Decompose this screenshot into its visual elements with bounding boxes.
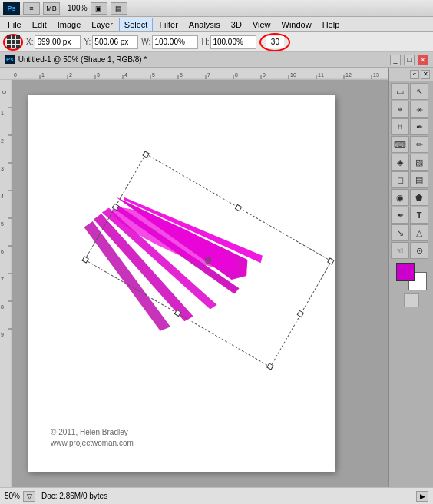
w-input[interactable] [152, 35, 198, 49]
canvas-wrapper: © 2011, Helen Bradley www.projectwoman.c… [12, 80, 388, 487]
ps-logo: Ps [3, 2, 20, 15]
dodge-btn[interactable]: ⬟ [410, 189, 428, 206]
transform-handle-tl[interactable] [142, 151, 150, 158]
quick-mask-btn[interactable] [404, 293, 419, 307]
move-tool-btn[interactable]: ↖ [410, 83, 428, 100]
transform-handle-mr[interactable] [297, 310, 305, 318]
menu-help[interactable]: Help [318, 18, 345, 31]
transform-handle-tm[interactable] [235, 204, 243, 212]
svg-text:4: 4 [1, 194, 4, 199]
crop-tool-btn[interactable]: ⌗ [391, 118, 409, 135]
quick-select-btn[interactable]: ⚹ [410, 101, 428, 118]
svg-text:12: 12 [345, 72, 352, 78]
history-btn[interactable]: ▨ [410, 154, 428, 171]
svg-text:0: 0 [2, 91, 7, 94]
app-titlebar: Ps ≡ MB 100% ▣ ▤ [0, 0, 433, 17]
color-area [391, 260, 431, 310]
statusbar: 50% ▽ Doc: 2.86M/0 bytes ▶ [0, 487, 433, 504]
y-field: Y: [84, 35, 138, 49]
svg-text:0: 0 [14, 72, 17, 78]
path-select-btn[interactable]: ↘ [391, 224, 409, 241]
blur-btn[interactable]: ◉ [391, 189, 409, 206]
type-btn[interactable]: T [410, 207, 428, 224]
svg-text:2: 2 [1, 138, 4, 144]
zoom-level: 100% [68, 4, 88, 12]
optionsbar: X: Y: W: H: [0, 32, 433, 52]
color-swatches [396, 263, 427, 290]
h-input[interactable] [210, 35, 256, 49]
svg-text:3: 3 [97, 72, 100, 78]
x-input[interactable] [35, 35, 81, 49]
h-label: H: [201, 38, 209, 46]
ruler-horizontal: 0 1 2 3 4 5 6 7 [12, 68, 388, 80]
transform-handle-bm[interactable] [174, 310, 182, 317]
ruler-vertical: 0 1 2 3 4 5 6 7 [0, 80, 12, 487]
zoom-info-btn[interactable]: ▽ [23, 491, 35, 502]
view-mode-btn[interactable]: ▣ [91, 2, 107, 15]
doc-minimize-btn[interactable]: _ [390, 55, 401, 65]
status-zoom: 50% [5, 492, 20, 500]
menu-3d[interactable]: 3D [226, 18, 246, 31]
transform-handle-br[interactable] [266, 363, 274, 370]
tool-row-5: ◈ ▨ [391, 154, 431, 171]
transform-handle-ml[interactable] [112, 204, 120, 211]
menu-btn[interactable]: ≡ [23, 2, 40, 15]
panel-titlebar: « ✕ [389, 68, 433, 81]
svg-text:1: 1 [1, 111, 4, 116]
doc-close-btn[interactable]: ✕ [418, 55, 428, 65]
menu-view[interactable]: View [248, 18, 276, 31]
foreground-color-swatch[interactable] [396, 263, 415, 281]
menu-layer[interactable]: Layer [87, 18, 117, 31]
tool-row-9: ↘ △ [391, 224, 431, 241]
tool-row-1: ▭ ↖ [391, 83, 431, 100]
svg-text:2: 2 [69, 72, 72, 78]
grid-options-btn[interactable] [3, 34, 23, 51]
panel-close-btn[interactable]: ✕ [421, 70, 430, 79]
menu-file[interactable]: File [3, 18, 26, 31]
doc-restore-btn[interactable]: □ [404, 55, 415, 65]
hand-btn[interactable]: ☜ [391, 242, 409, 259]
gradient-btn[interactable]: ▤ [410, 171, 428, 188]
lasso-tool-btn[interactable]: ⌖ [391, 101, 409, 118]
menu-select[interactable]: Select [119, 18, 154, 32]
svg-text:8: 8 [1, 304, 4, 310]
tools-panel: ▭ ↖ ⌖ ⚹ ⌗ ✒ ⌨ ✏ ◈ ▨ [389, 81, 433, 487]
main-area: 0 1 2 3 4 5 6 7 [0, 68, 433, 487]
ps-doc-icon: Ps [5, 55, 15, 64]
svg-text:4: 4 [124, 72, 127, 78]
marquee-tool-btn[interactable]: ▭ [391, 83, 409, 100]
transform-handle-tr[interactable] [327, 257, 335, 265]
brush-btn[interactable]: ✏ [410, 136, 428, 153]
transform-handle-bl[interactable] [81, 256, 89, 264]
eyedropper-btn[interactable]: ✒ [410, 118, 428, 135]
svg-text:6: 6 [180, 72, 183, 78]
menu-image[interactable]: Image [53, 18, 86, 31]
clone-btn[interactable]: ◈ [391, 154, 409, 171]
menu-analysis[interactable]: Analysis [184, 18, 225, 31]
svg-text:11: 11 [318, 72, 324, 78]
svg-text:9: 9 [263, 72, 266, 78]
copyright-line2: www.projectwoman.com [51, 438, 134, 449]
shape-btn[interactable]: △ [410, 224, 428, 241]
healing-btn[interactable]: ⌨ [391, 136, 409, 153]
svg-text:5: 5 [152, 72, 155, 78]
y-input[interactable] [92, 35, 138, 49]
menu-filter[interactable]: Filter [154, 18, 182, 31]
menu-window[interactable]: Window [277, 18, 316, 31]
scroll-right-btn[interactable]: ▶ [416, 491, 428, 502]
pen-btn[interactable]: ✒ [391, 207, 409, 224]
svg-text:1: 1 [41, 72, 45, 78]
rotation-input[interactable] [266, 36, 284, 48]
eraser-btn[interactable]: ◻ [391, 171, 409, 188]
tool-row-10: ☜ ⊙ [391, 242, 431, 259]
mb-btn[interactable]: MB [43, 2, 60, 15]
panel-collapse-btn[interactable]: « [410, 70, 419, 79]
tool-row-7: ◉ ⬟ [391, 189, 431, 206]
doc-title: Untitled-1 @ 50% (Shape 1, RGB/8) * [18, 55, 387, 64]
arrange-btn[interactable]: ▤ [111, 2, 127, 15]
ruler-corner [0, 68, 12, 80]
zoom-btn[interactable]: ⊙ [410, 242, 428, 259]
rotation-field[interactable] [259, 33, 290, 51]
tool-row-3: ⌗ ✒ [391, 118, 431, 135]
menu-edit[interactable]: Edit [28, 18, 51, 31]
